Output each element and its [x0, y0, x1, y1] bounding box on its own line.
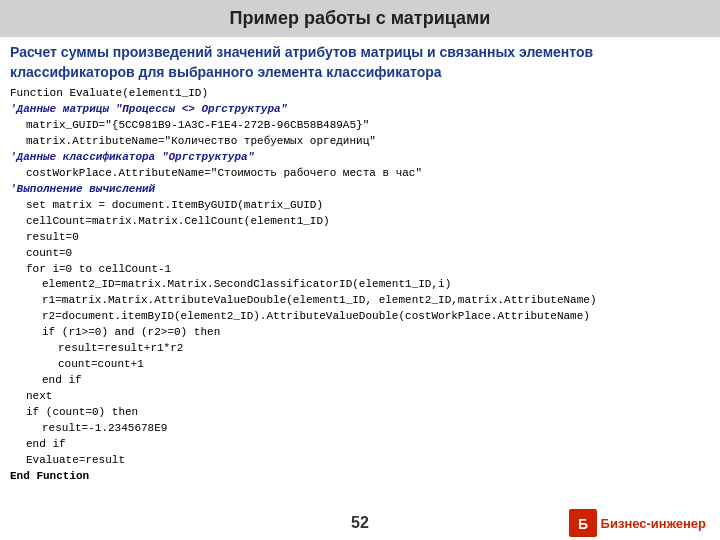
code-line: if (count=0) then	[10, 405, 710, 421]
code-line: End Function	[10, 469, 710, 485]
code-line: cellCount=matrix.Matrix.CellCount(elemen…	[10, 214, 710, 230]
code-line: Function Evaluate(element1_ID)	[10, 86, 710, 102]
code-line: if (r1>=0) and (r2>=0) then	[10, 325, 710, 341]
code-line: costWorkPlace.AttributeName="Стоимость р…	[10, 166, 710, 182]
code-line: element2_ID=matrix.Matrix.SecondClassifi…	[10, 277, 710, 293]
code-line: Evaluate=result	[10, 453, 710, 469]
code-line: count=count+1	[10, 357, 710, 373]
logo-text: Бизнес-инженер	[601, 516, 706, 531]
footer: 52 Б Бизнес-инженер	[0, 514, 720, 532]
code-line: set matrix = document.ItemByGUID(matrix_…	[10, 198, 710, 214]
code-line: result=0	[10, 230, 710, 246]
code-line: 'Выполнение вычислений	[10, 182, 710, 198]
code-line: next	[10, 389, 710, 405]
footer-logo: Б Бизнес-инженер	[569, 509, 706, 537]
header-title: Пример работы с матрицами	[230, 8, 491, 28]
code-line: r1=matrix.Matrix.AttributeValueDouble(el…	[10, 293, 710, 309]
code-line: 'Данные классификатора "Оргструктура"	[10, 150, 710, 166]
code-line: count=0	[10, 246, 710, 262]
code-line: matrix_GUID="{5CC981B9-1A3C-F1E4-272B-96…	[10, 118, 710, 134]
page-header: Пример работы с матрицами	[0, 0, 720, 37]
code-line: matrix.AttributeName="Количество требуем…	[10, 134, 710, 150]
code-line: for i=0 to cellCount-1	[10, 262, 710, 278]
logo-icon: Б	[569, 509, 597, 537]
code-line: 'Данные матрицы "Процессы <> Оргструктур…	[10, 102, 710, 118]
code-line: r2=document.itemByID(element2_ID).Attrib…	[10, 309, 710, 325]
code-line: result=result+r1*r2	[10, 341, 710, 357]
code-block: Function Evaluate(element1_ID)'Данные ма…	[0, 86, 720, 484]
code-line: end if	[10, 373, 710, 389]
code-line: end if	[10, 437, 710, 453]
code-line: result=-1.2345678E9	[10, 421, 710, 437]
subtitle: Расчет суммы произведений значений атриб…	[0, 37, 720, 86]
svg-text:Б: Б	[578, 516, 588, 532]
